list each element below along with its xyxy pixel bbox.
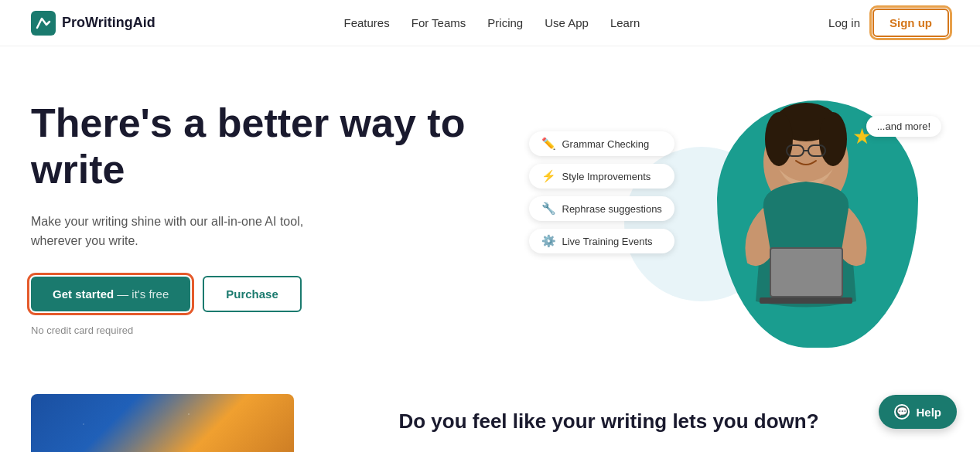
starry-overlay bbox=[31, 394, 294, 452]
grammar-label: Grammar Checking bbox=[562, 138, 650, 150]
navbar: ProWritingAid Features For Teams Pricing… bbox=[0, 0, 980, 46]
help-button[interactable]: 💬 Help bbox=[879, 395, 957, 429]
hero-title: There's a better way to write bbox=[31, 100, 490, 193]
hero-right: ★ ...and more! ✏️ Grammar Checking ⚡ Sty… bbox=[490, 85, 950, 363]
rephrase-label: Rephrase suggestions bbox=[562, 203, 662, 215]
bottom-section: Do you feel like your writing lets you d… bbox=[0, 394, 980, 452]
chat-icon: 💬 bbox=[894, 404, 910, 420]
nav-link-features[interactable]: Features bbox=[344, 16, 390, 29]
hero-left: There's a better way to write Make your … bbox=[31, 85, 490, 336]
hero-subtitle: Make your writing shine with our all-in-… bbox=[31, 212, 325, 251]
logo[interactable]: ProWritingAid bbox=[31, 11, 155, 36]
svg-rect-0 bbox=[31, 11, 56, 36]
nav-link-pricing[interactable]: Pricing bbox=[487, 16, 523, 29]
pill-style: ⚡ Style Improvements bbox=[529, 164, 674, 189]
bottom-left bbox=[31, 394, 352, 452]
training-icon: ⚙️ bbox=[541, 234, 556, 248]
login-link[interactable]: Log in bbox=[828, 16, 860, 29]
rephrase-icon: 🔧 bbox=[541, 202, 556, 216]
nav-link-learn[interactable]: Learn bbox=[610, 16, 640, 29]
svg-point-6 bbox=[819, 112, 847, 166]
hero-buttons: Get started— it's free Purchase bbox=[31, 276, 490, 312]
svg-rect-12 bbox=[760, 297, 852, 304]
pill-rephrase: 🔧 Rephrase suggestions bbox=[529, 196, 674, 221]
nav-item-pricing[interactable]: Pricing bbox=[487, 16, 523, 30]
more-bubble: ...and more! bbox=[866, 116, 941, 137]
nav-links: Features For Teams Pricing Use App Learn bbox=[344, 16, 640, 30]
feature-pills: ✏️ Grammar Checking ⚡ Style Improvements… bbox=[529, 131, 674, 253]
logo-text: ProWritingAid bbox=[62, 15, 155, 31]
training-label: Live Training Events bbox=[562, 236, 653, 247]
nav-actions: Log in Sign up bbox=[828, 8, 949, 37]
signup-button[interactable]: Sign up bbox=[872, 8, 949, 37]
nav-item-useapp[interactable]: Use App bbox=[545, 16, 589, 30]
no-credit-text: No credit card required bbox=[31, 325, 490, 336]
style-icon: ⚡ bbox=[541, 169, 556, 183]
get-started-label: Get started bbox=[53, 287, 114, 301]
help-label: Help bbox=[916, 406, 941, 419]
nav-item-teams[interactable]: For Teams bbox=[411, 16, 466, 30]
get-started-button[interactable]: Get started— it's free bbox=[31, 277, 190, 311]
svg-rect-11 bbox=[771, 249, 842, 296]
bottom-question: Do you feel like your writing lets you d… bbox=[398, 410, 903, 433]
cta-suffix: — it's free bbox=[117, 287, 169, 301]
style-label: Style Improvements bbox=[562, 171, 651, 182]
nav-link-useapp[interactable]: Use App bbox=[545, 16, 589, 29]
nav-link-teams[interactable]: For Teams bbox=[411, 16, 466, 29]
purchase-button[interactable]: Purchase bbox=[203, 276, 302, 312]
svg-point-5 bbox=[765, 112, 793, 166]
hero-section: There's a better way to write Make your … bbox=[0, 46, 980, 386]
logo-icon bbox=[31, 11, 56, 36]
grammar-icon: ✏️ bbox=[541, 137, 556, 151]
nav-item-features[interactable]: Features bbox=[344, 16, 390, 30]
pill-training: ⚙️ Live Training Events bbox=[529, 229, 674, 253]
bottom-right: Do you feel like your writing lets you d… bbox=[398, 394, 903, 452]
starry-night-image bbox=[31, 394, 294, 452]
nav-item-learn[interactable]: Learn bbox=[610, 16, 640, 30]
pill-grammar: ✏️ Grammar Checking bbox=[529, 131, 674, 156]
